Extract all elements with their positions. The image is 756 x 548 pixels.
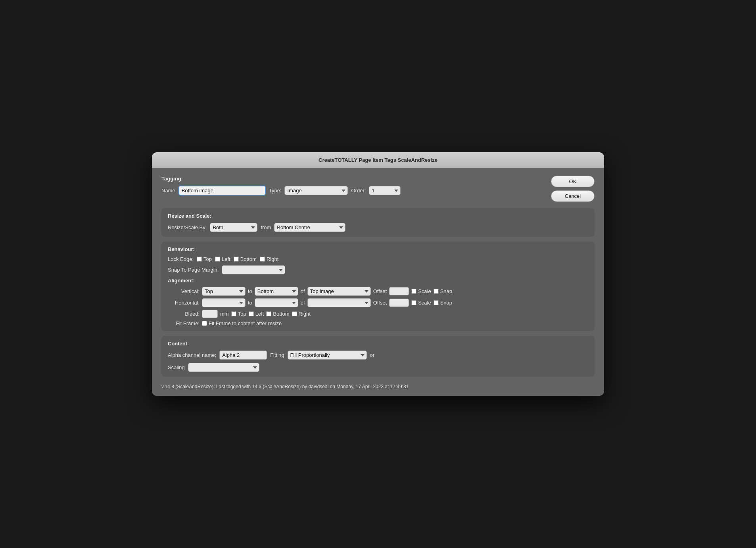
vertical-select[interactable]: Top Bottom Middle [202, 287, 246, 296]
lock-bottom-checkbox[interactable] [234, 257, 239, 262]
horizontal-offset-input[interactable] [389, 299, 409, 307]
lock-top-text: Top [203, 256, 212, 262]
dialog-titlebar: CreateTOTALLY Page Item Tags ScaleAndRes… [152, 152, 604, 168]
vertical-offset-input[interactable] [389, 287, 409, 295]
bleed-left-label[interactable]: Left [249, 311, 264, 317]
fit-frame-text: Fit Frame to content after resize [209, 320, 282, 326]
tagging-right: OK Cancel [551, 176, 595, 202]
order-select[interactable]: 1 2 3 [369, 186, 401, 195]
alignment-section: Alignment: Vertical: Top Bottom Middle t… [168, 278, 588, 326]
content-section: Content: Alpha channel name: Fitting Fil… [161, 336, 595, 377]
fit-frame-checkbox[interactable] [202, 321, 207, 326]
vertical-snap-checkbox[interactable] [434, 289, 439, 294]
bleed-right-checkbox[interactable] [292, 311, 297, 316]
lock-left-checkbox[interactable] [215, 257, 220, 262]
main-dialog: CreateTOTALLY Page Item Tags ScaleAndRes… [152, 152, 604, 396]
horizontal-scale-label[interactable]: Scale [411, 300, 431, 306]
lock-edge-label: Lock Edge: [168, 256, 194, 262]
resize-row: Resize/Scale By: Both Width Height from … [168, 223, 588, 232]
type-select[interactable]: Image Text Group [284, 186, 348, 195]
behaviour-section: Behaviour: Lock Edge: Top Left Bottom [161, 241, 595, 331]
bleed-bottom-checkbox[interactable] [266, 311, 271, 316]
horizontal-alignment-row: Horizontal: to of Offset [168, 298, 588, 307]
horizontal-label: Horizontal: [168, 300, 200, 306]
bleed-bottom-label[interactable]: Bottom [266, 311, 289, 317]
vertical-scale-text: Scale [418, 288, 431, 294]
dialog-body: Tagging: Name Type: Image Text Group Ord… [152, 168, 604, 396]
status-text: v.14.3 (ScaleAndResize): Last tagged wit… [161, 384, 409, 389]
from-select[interactable]: Bottom Centre Top Left Top Centre Top Ri… [274, 223, 345, 232]
ok-button[interactable]: OK [551, 176, 595, 187]
bleed-right-text: Right [299, 311, 311, 317]
bleed-mm-label: mm [220, 311, 229, 317]
horizontal-of-select[interactable] [307, 298, 371, 307]
tagging-left: Tagging: Name Type: Image Text Group Ord… [161, 176, 543, 195]
horizontal-select[interactable] [202, 298, 246, 307]
horizontal-scale-checkbox[interactable] [411, 300, 416, 305]
lock-top-label[interactable]: Top [197, 256, 212, 262]
horizontal-snap-checkbox[interactable] [434, 300, 439, 305]
fitting-select[interactable]: Fill Proportionally Fit Content Proporti… [288, 351, 367, 360]
lock-left-label[interactable]: Left [215, 256, 230, 262]
dialog-title: CreateTOTALLY Page Item Tags ScaleAndRes… [319, 157, 437, 163]
name-input[interactable] [178, 186, 266, 195]
snap-margin-select[interactable]: Top Left Bottom Right [222, 265, 285, 274]
bleed-bottom-text: Bottom [273, 311, 289, 317]
vertical-scale-checkbox[interactable] [411, 289, 416, 294]
bleed-top-label[interactable]: Top [231, 311, 246, 317]
horizontal-to-select[interactable] [255, 298, 298, 307]
bleed-top-checkbox[interactable] [231, 311, 236, 316]
alpha-label: Alpha channel name: [168, 352, 216, 358]
vertical-snap-text: Snap [440, 288, 452, 294]
tagging-label: Tagging: [161, 176, 543, 182]
bleed-row: Bleed: mm Top Left Bottom [168, 310, 588, 318]
vertical-snap-label[interactable]: Snap [434, 288, 452, 294]
tagging-section: Tagging: Name Type: Image Text Group Ord… [161, 176, 595, 202]
horizontal-to-label: to [248, 300, 252, 306]
fitting-label: Fitting [270, 352, 284, 358]
status-bar: v.14.3 (ScaleAndResize): Last tagged wit… [161, 381, 595, 389]
content-label: Content: [168, 341, 588, 347]
lock-bottom-text: Bottom [240, 256, 257, 262]
snap-margin-label: Snap To Page Margin: [168, 267, 219, 273]
content-row2: Scaling Scale to Fit Scale to Fill [168, 363, 588, 372]
resize-scale-section: Resize and Scale: Resize/Scale By: Both … [161, 208, 595, 237]
resize-by-label: Resize/Scale By: [168, 224, 207, 230]
vertical-label: Vertical: [168, 288, 200, 294]
bleed-input[interactable] [202, 310, 218, 318]
alpha-input[interactable] [219, 351, 267, 360]
lock-edge-row: Lock Edge: Top Left Bottom Right [168, 256, 588, 262]
horizontal-offset-label: Offset [373, 300, 387, 306]
lock-bottom-label[interactable]: Bottom [234, 256, 257, 262]
horizontal-snap-label[interactable]: Snap [434, 300, 452, 306]
resize-by-select[interactable]: Both Width Height [210, 223, 257, 232]
name-field-label: Name [161, 188, 175, 194]
lock-right-text: Right [267, 256, 278, 262]
lock-right-label[interactable]: Right [260, 256, 278, 262]
lock-right-checkbox[interactable] [260, 257, 265, 262]
scaling-select[interactable]: Scale to Fit Scale to Fill [188, 363, 259, 372]
vertical-scale-label[interactable]: Scale [411, 288, 431, 294]
content-row1: Alpha channel name: Fitting Fill Proport… [168, 351, 588, 360]
scaling-label: Scaling [168, 364, 185, 370]
vertical-to-select[interactable]: Bottom Top Middle [255, 287, 298, 296]
horizontal-snap-text: Snap [440, 300, 452, 306]
vertical-of-select[interactable]: Top image Bottom image [307, 287, 371, 296]
resize-scale-label: Resize and Scale: [168, 213, 588, 219]
lock-top-checkbox[interactable] [197, 257, 202, 262]
alignment-label: Alignment: [168, 278, 588, 284]
order-field-label: Order: [351, 188, 366, 194]
bleed-label: Bleed: [168, 311, 200, 317]
cancel-button[interactable]: Cancel [551, 190, 595, 202]
lock-left-text: Left [222, 256, 230, 262]
from-label: from [261, 224, 271, 230]
bleed-left-checkbox[interactable] [249, 311, 254, 316]
vertical-of-label: of [301, 288, 305, 294]
bleed-right-label[interactable]: Right [292, 311, 311, 317]
fit-frame-checkbox-label[interactable]: Fit Frame to content after resize [202, 320, 282, 326]
name-row: Name Type: Image Text Group Order: 1 2 3 [161, 186, 543, 195]
bleed-top-text: Top [238, 311, 246, 317]
or-label: or [370, 352, 375, 358]
bleed-left-text: Left [255, 311, 264, 317]
vertical-to-label: to [248, 288, 252, 294]
